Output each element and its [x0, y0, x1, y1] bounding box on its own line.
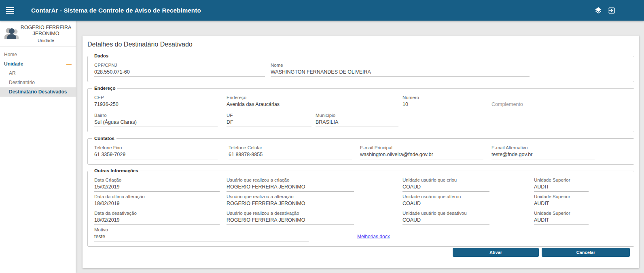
field-value: ROGERIO FERREIRA JERONIMO: [227, 183, 354, 192]
field-label: Usuário que realizou a alteração: [227, 194, 354, 199]
field-label: Unidade Superior: [534, 210, 589, 216]
data-desativacao-field: Data da desativação 18/02/2019: [94, 210, 220, 225]
sidebar-item-destinatario-desativados[interactable]: Destinatário Desativados: [0, 87, 76, 97]
sidebar-item-destinatario[interactable]: Destinatário: [0, 78, 76, 87]
field-value: 18/02/2019: [94, 216, 220, 225]
complemento-field: Complemento: [491, 95, 587, 109]
user-info: ROGERIO FERREIRA JERONIMO Unidade: [19, 25, 72, 43]
cpf-cnpj-field: CPF/CPNJ 028.550.071-60: [94, 62, 265, 77]
field-label: Usuário que realizou a desativação: [227, 210, 354, 216]
attachment-link[interactable]: Melhorias.docx: [357, 234, 390, 241]
unidade-superior-field: Unidade Superior AUDIT: [534, 210, 589, 225]
field-label: Data Criação: [94, 177, 220, 183]
endereco-field: Endereço Avenida das Araucárias: [227, 95, 398, 109]
section-legend: Outras Informações: [92, 168, 140, 173]
field-value: 61 3359-7029: [94, 150, 218, 159]
content-area: Detalhes do Destinatário Desativado Dado…: [76, 21, 644, 273]
field-value: AUDIT: [534, 199, 589, 208]
field-label: Município: [316, 112, 398, 118]
field-value: COAUD: [402, 183, 489, 192]
section-legend: Endereço: [92, 86, 117, 91]
cancelar-button[interactable]: Cancelar: [542, 248, 630, 257]
email-alternativo-field: E-mail Alternativo teste@fnde.gov.br: [491, 145, 595, 159]
card-footer: Ativar Cancelar: [83, 244, 639, 257]
topbar-actions: [594, 6, 616, 15]
field-value: BRASILIA: [316, 118, 398, 127]
field-label: E-mail Alternativo: [491, 145, 595, 150]
motivo-field: Motivo teste: [94, 227, 309, 241]
telefone-fixo-field: Telefone Fixo 61 3359-7029: [94, 145, 218, 159]
unidade-superior-field: Unidade Superior AUDIT: [534, 194, 589, 208]
usuario-desativacao-field: Usuário que realizou a desativação ROGER…: [227, 210, 354, 225]
field-value: ROGERIO FERREIRA JERONIMO: [227, 216, 354, 225]
sidebar-item-unidade[interactable]: Unidade —: [0, 59, 76, 69]
field-label: Motivo: [94, 227, 309, 233]
field-label: Unidade usuário que alterou: [402, 194, 489, 199]
cep-field: CEP 71936-250: [94, 95, 218, 109]
field-label: E-mail Principal: [360, 145, 483, 150]
field-label: Unidade usuário que criou: [402, 177, 489, 183]
unidade-desativou-field: Unidade usuário que desativou COAUD: [402, 210, 489, 225]
field-value: AUDIT: [534, 183, 589, 192]
field-value: DF: [227, 118, 311, 127]
sidebar-item-label: Unidade: [4, 61, 23, 67]
field-label: CEP: [94, 95, 218, 100]
field-label: Nome: [271, 62, 530, 68]
field-value: 10: [402, 100, 461, 109]
field-label: Endereço: [227, 95, 398, 100]
field-value: Avenida das Araucárias: [227, 100, 398, 109]
logout-icon[interactable]: [608, 6, 616, 15]
field-label: Bairro: [94, 112, 218, 118]
nome-field: Nome WASHINGTON FERNANDES DE OLIVEIRA: [271, 62, 530, 77]
topbar: ContarAr - Sistema de Controle de Aviso …: [0, 0, 644, 21]
user-avatar-icon: [3, 26, 19, 41]
sidebar: ROGERIO FERREIRA JERONIMO Unidade Home U…: [0, 21, 76, 273]
email-principal-field: E-mail Principal washington.oliveira@fnd…: [360, 145, 483, 159]
section-outras-informacoes: Outras Informações Data Criação 15/02/20…: [87, 168, 634, 247]
sidebar-item-home[interactable]: Home: [0, 50, 76, 59]
layers-icon[interactable]: [594, 6, 602, 15]
usuario-criacao-field: Usuário que realizou a criação ROGERIO F…: [227, 177, 354, 192]
data-criacao-field: Data Criação 15/02/2019: [94, 177, 220, 192]
field-value: WASHINGTON FERNANDES DE OLIVEIRA: [271, 68, 530, 77]
field-label: Usuário que realizou a criação: [227, 177, 354, 183]
sidebar-item-ar[interactable]: AR: [0, 69, 76, 78]
municipio-field: Município BRASILIA: [316, 112, 398, 127]
field-value: COAUD: [402, 216, 489, 225]
numero-field: Número 10: [402, 95, 461, 109]
telefone-celular-field: Telefone Celular 61 88878-8855: [229, 145, 352, 159]
section-contatos: Contatos Telefone Fixo 61 3359-7029 Tele…: [87, 136, 634, 165]
field-value: 15/02/2019: [94, 183, 220, 192]
field-label: Telefone Fixo: [94, 145, 218, 150]
field-label: Número: [402, 95, 461, 100]
field-label: Unidade usuário que desativou: [402, 210, 489, 216]
field-value: Sul (Águas Claras): [94, 118, 218, 127]
section-legend: Contatos: [92, 136, 117, 141]
sidebar-item-label: AR: [9, 70, 16, 76]
field-value: ROGERIO FERREIRA JERONIMO: [227, 199, 354, 208]
sidebar-item-label: Destinatário: [9, 80, 35, 85]
usuario-alteracao-field: Usuário que realizou a alteração ROGERIO…: [227, 194, 354, 208]
unidade-superior-field: Unidade Superior AUDIT: [534, 177, 589, 192]
ativar-button[interactable]: Ativar: [453, 248, 539, 257]
bairro-field: Bairro Sul (Águas Claras): [94, 112, 218, 127]
field-value: 61 88878-8855: [229, 150, 352, 159]
field-label: Telefone Celular: [229, 145, 352, 150]
user-card: ROGERIO FERREIRA JERONIMO Unidade: [0, 21, 76, 47]
field-value: teste: [94, 233, 309, 241]
field-value: washington.oliveira@fnde.gov.br: [360, 150, 483, 159]
section-legend: Dados: [92, 53, 110, 58]
field-value: AUDIT: [534, 216, 589, 225]
unidade-criou-field: Unidade usuário que criou COAUD: [402, 177, 489, 192]
menu-icon[interactable]: [6, 7, 14, 14]
unidade-alterou-field: Unidade usuário que alterou COAUD: [402, 194, 489, 208]
user-name: ROGERIO FERREIRA JERONIMO: [19, 25, 72, 37]
sidebar-item-label: Home: [4, 52, 17, 57]
sidebar-item-label: Destinatário Desativados: [9, 89, 67, 95]
section-dados: Dados CPF/CPNJ 028.550.071-60 Nome WASHI…: [87, 53, 634, 82]
sidebar-menu: Home Unidade — AR Destinatário Destinatá…: [0, 47, 76, 97]
field-label: CPF/CPNJ: [94, 62, 265, 68]
data-alteracao-field: Data da ultima alteração 18/02/2019: [94, 194, 220, 208]
collapse-icon[interactable]: —: [66, 59, 72, 69]
field-label: UF: [227, 112, 311, 118]
